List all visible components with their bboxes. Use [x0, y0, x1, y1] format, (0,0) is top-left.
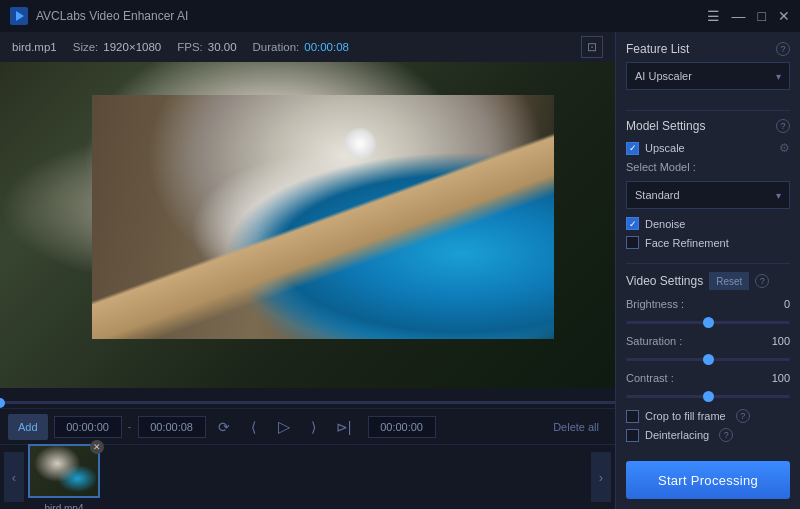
- video-settings-header: Video Settings Reset ?: [626, 272, 790, 290]
- model-dropdown-arrow: ▾: [776, 190, 781, 201]
- play-icon: ▷: [278, 417, 290, 436]
- minimize-button[interactable]: —: [732, 9, 746, 23]
- corner-button[interactable]: ⊡: [581, 36, 603, 58]
- add-button[interactable]: Add: [8, 414, 48, 440]
- model-selected: Standard: [635, 189, 680, 201]
- time-separator: -: [128, 420, 132, 434]
- deinterlace-checkbox[interactable]: [626, 429, 639, 442]
- strip-nav-prev[interactable]: ‹: [4, 452, 24, 502]
- select-model-row: Select Model :: [626, 161, 790, 173]
- play-button[interactable]: ▷: [272, 415, 296, 439]
- face-refinement-row: Face Refinement: [626, 236, 790, 249]
- deinterlace-label: Deinterlacing: [645, 429, 709, 441]
- delete-all-button[interactable]: Delete all: [545, 414, 607, 440]
- contrast-label-row: Contrast : 100: [626, 372, 790, 384]
- app-title: AVCLabs Video Enhancer AI: [36, 9, 707, 23]
- bird-scene: [0, 62, 615, 388]
- feature-list-help[interactable]: ?: [776, 42, 790, 56]
- nav-next-icon: ›: [599, 470, 603, 485]
- right-panel: Feature List ? AI Upscaler ▾ Model Setti…: [615, 32, 800, 509]
- brightness-row: Brightness : 0: [626, 298, 790, 327]
- titlebar: AVCLabs Video Enhancer AI ☰ — □ ✕: [0, 0, 800, 32]
- timeline[interactable]: [0, 388, 615, 408]
- bird-body: [92, 95, 553, 340]
- contrast-label: Contrast :: [626, 372, 674, 384]
- crop-label: Crop to fill frame: [645, 410, 726, 422]
- crop-row: Crop to fill frame ?: [626, 409, 790, 423]
- brightness-label: Brightness :: [626, 298, 684, 310]
- saturation-label-row: Saturation : 100: [626, 335, 790, 347]
- upscale-settings-icon[interactable]: ⚙: [779, 141, 790, 155]
- thumb-scene: [30, 446, 98, 496]
- contrast-row: Contrast : 100: [626, 372, 790, 401]
- denoise-checkbox[interactable]: ✓: [626, 217, 639, 230]
- app-icon: [10, 7, 28, 25]
- deinterlace-row: Deinterlacing ?: [626, 428, 790, 442]
- timeline-track[interactable]: [0, 401, 615, 404]
- feature-list-selected: AI Upscaler: [635, 70, 692, 82]
- contrast-slider[interactable]: [626, 395, 790, 398]
- time-current-display: 00:00:00: [368, 416, 436, 438]
- select-model-label: Select Model :: [626, 161, 696, 173]
- thumbnail-item[interactable]: ✕ bird.mp4: [28, 444, 100, 498]
- crop-help-icon[interactable]: ?: [736, 409, 750, 423]
- controls-bar: Add 00:00:00 - 00:00:08 ⟳ ⟨ ▷ ⟩ ⊳| 00:00…: [0, 408, 615, 444]
- crop-checkbox[interactable]: [626, 410, 639, 423]
- thumbnail-list: ✕ bird.mp4: [24, 456, 591, 498]
- thumbnail-strip: ‹ ✕ bird.mp4 ›: [0, 444, 615, 509]
- reset-button[interactable]: Reset: [709, 272, 749, 290]
- saturation-value: 100: [772, 335, 790, 347]
- prev-frame-icon: ⟨: [251, 419, 256, 435]
- history-icon: ⟳: [218, 419, 230, 435]
- strip-nav-next[interactable]: ›: [591, 452, 611, 502]
- model-settings-title: Model Settings: [626, 119, 705, 133]
- deinterlace-help-icon[interactable]: ?: [719, 428, 733, 442]
- feature-list-title: Feature List: [626, 42, 689, 56]
- thumb-filename: bird.mp4: [30, 503, 98, 509]
- model-dropdown[interactable]: Standard ▾: [626, 181, 790, 209]
- denoise-row: ✓ Denoise: [626, 217, 790, 230]
- brightness-slider[interactable]: [626, 321, 790, 324]
- denoise-check-icon: ✓: [629, 219, 637, 229]
- video-duration: Duration: 00:00:08: [253, 41, 349, 53]
- model-settings-header: Model Settings ?: [626, 119, 790, 133]
- video-size: Size: 1920×1080: [73, 41, 161, 53]
- skip-end-icon: ⊳|: [336, 419, 352, 435]
- video-info-bar: bird.mp1 Size: 1920×1080 FPS: 30.00 Dura…: [0, 32, 615, 62]
- next-frame-button[interactable]: ⟩: [302, 415, 326, 439]
- history-button[interactable]: ⟳: [212, 415, 236, 439]
- video-filename: bird.mp1: [12, 41, 57, 53]
- skip-end-button[interactable]: ⊳|: [332, 415, 356, 439]
- saturation-slider[interactable]: [626, 358, 790, 361]
- upscale-checkbox[interactable]: ✓: [626, 142, 639, 155]
- denoise-label: Denoise: [645, 218, 685, 230]
- feature-list-header: Feature List ?: [626, 42, 790, 56]
- model-settings-help[interactable]: ?: [776, 119, 790, 133]
- video-settings-title: Video Settings: [626, 274, 703, 288]
- contrast-value: 100: [772, 372, 790, 384]
- upscale-row: ✓ Upscale ⚙: [626, 141, 790, 155]
- window-controls: ☰ — □ ✕: [707, 9, 790, 23]
- separator-1: [626, 110, 790, 111]
- brightness-label-row: Brightness : 0: [626, 298, 790, 310]
- video-fps: FPS: 30.00: [177, 41, 236, 53]
- video-preview: [0, 62, 615, 388]
- saturation-row: Saturation : 100: [626, 335, 790, 364]
- menu-button[interactable]: ☰: [707, 9, 720, 23]
- timeline-thumb[interactable]: [0, 398, 5, 408]
- start-processing-button[interactable]: Start Processing: [626, 461, 790, 499]
- feature-list-dropdown[interactable]: AI Upscaler ▾: [626, 62, 790, 90]
- thumb-close-button[interactable]: ✕: [90, 440, 104, 454]
- close-button[interactable]: ✕: [778, 9, 790, 23]
- upscale-label: Upscale: [645, 142, 685, 154]
- maximize-button[interactable]: □: [758, 9, 766, 23]
- face-refinement-checkbox[interactable]: [626, 236, 639, 249]
- video-settings-help[interactable]: ?: [755, 274, 769, 288]
- feature-dropdown-arrow: ▾: [776, 71, 781, 82]
- separator-2: [626, 263, 790, 264]
- time-start-display: 00:00:00: [54, 416, 122, 438]
- next-frame-icon: ⟩: [311, 419, 316, 435]
- saturation-label: Saturation :: [626, 335, 682, 347]
- left-panel: bird.mp1 Size: 1920×1080 FPS: 30.00 Dura…: [0, 32, 615, 509]
- prev-frame-button[interactable]: ⟨: [242, 415, 266, 439]
